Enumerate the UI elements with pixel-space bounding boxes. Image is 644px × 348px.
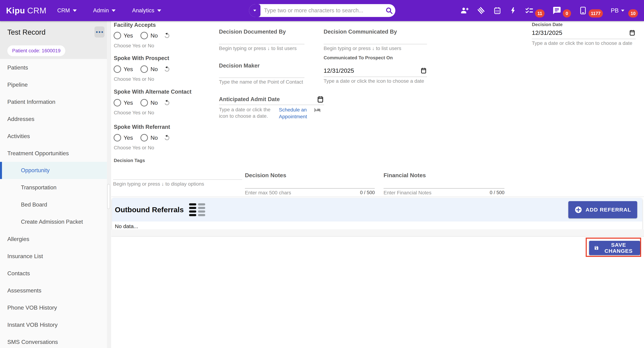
financial-notes-counter: 0 / 500: [490, 190, 504, 196]
logo-bold: Kipu: [6, 6, 25, 15]
spoke-with-alternate-contact-no-radio[interactable]: [140, 99, 148, 107]
plus-circle-icon: [574, 206, 582, 214]
search-icon[interactable]: [383, 4, 395, 17]
user-badge: 10: [628, 9, 638, 17]
undo-icon[interactable]: [163, 66, 170, 73]
decision-documented-by-field[interactable]: Decision Documented By Begin typing or p…: [219, 28, 304, 51]
financial-notes-label: Financial Notes: [384, 172, 504, 179]
spoke-with-referrant-no-radio[interactable]: [140, 134, 148, 142]
decision-documented-by-label: Decision Documented By: [219, 28, 304, 35]
sidebar-item-assessments[interactable]: Assessments: [0, 282, 107, 299]
facility-accepts-no-radio[interactable]: [140, 32, 148, 39]
facility-accepts-radio-group: Yes No: [114, 32, 170, 39]
search-scope-dropdown[interactable]: [249, 4, 260, 17]
sidebar-scrollbar[interactable]: [107, 21, 110, 348]
spoke-with-prospect-no-radio[interactable]: [140, 65, 148, 73]
communicated-to-prospect-on-label: Communicated To Prospect On: [324, 55, 427, 61]
decision-date-field[interactable]: Decision Date 12/31/2025 Type a date or …: [532, 22, 636, 46]
schedule-appointment-link[interactable]: Schedule an Appointment: [279, 107, 311, 120]
sidebar-item-pipeline[interactable]: Pipeline: [0, 76, 107, 93]
dot: [96, 31, 98, 33]
sidebar-item-activities[interactable]: Activities: [0, 128, 107, 145]
sidebar-item-treatment-opportunities[interactable]: Treatment Opportunities: [0, 145, 107, 162]
record-summary: Test Record Patient code: 1600019: [0, 21, 111, 59]
tasks-checklist-icon[interactable]: 11: [525, 6, 544, 15]
dot: [99, 31, 100, 33]
spoke-with-referrant-radio-group: Yes No: [114, 134, 170, 142]
add-referral-label: ADD REFERRAL: [586, 207, 631, 213]
sidebar-item-create-admission-packet[interactable]: Create Admission Packet: [0, 213, 107, 230]
patient-code-badge[interactable]: Patient code: 1600019: [7, 45, 65, 56]
sidebar-item-sms-conversations[interactable]: SMS Conversations: [0, 333, 107, 348]
spoke-with-prospect-radio-group: Yes No: [114, 65, 170, 73]
spoke-with-prospect-helper: Choose Yes or No: [114, 76, 154, 82]
yes-label: Yes: [124, 135, 133, 141]
spoke-with-alternate-contact-yes-radio[interactable]: [114, 99, 121, 107]
sidebar-item-addresses[interactable]: Addresses: [0, 110, 107, 128]
undo-icon[interactable]: [163, 134, 170, 141]
bed-icon[interactable]: [313, 107, 322, 114]
spoke-with-alternate-contact-helper: Choose Yes or No: [114, 110, 154, 116]
sidebar-item-patients[interactable]: Patients: [0, 59, 107, 76]
tasks-badge: 11: [535, 9, 544, 17]
add-referral-button[interactable]: ADD REFERRAL: [568, 201, 637, 218]
save-changes-button[interactable]: SAVE CHANGES: [589, 241, 640, 255]
communicated-to-prospect-on-value[interactable]: 12/31/2025: [324, 67, 354, 74]
sidebar-item-bed-board[interactable]: Bed Board: [0, 196, 107, 213]
nav-crm-menu[interactable]: CRM: [57, 7, 77, 14]
chat-notes-icon[interactable]: 0: [552, 6, 571, 15]
decision-communicated-by-field[interactable]: Decision Communicated By Begin typing or…: [324, 28, 427, 51]
facility-accepts-helper: Choose Yes or No: [114, 43, 154, 49]
list-view-icon[interactable]: [189, 203, 205, 216]
sidebar-item-phone-vob-history[interactable]: Phone VOB History: [0, 299, 107, 316]
sidebar-item-contacts[interactable]: Contacts: [0, 265, 107, 282]
spoke-with-referrant-yes-radio[interactable]: [114, 134, 121, 142]
calendar-icon[interactable]: [420, 67, 427, 74]
nav-crm-label: CRM: [57, 7, 70, 14]
add-person-icon[interactable]: [460, 6, 469, 15]
sidebar-item-allergies[interactable]: Allergies: [0, 230, 107, 248]
sidebar-item-opportunity[interactable]: Opportunity: [0, 162, 107, 179]
undo-icon[interactable]: [163, 32, 170, 39]
device-inbox-icon[interactable]: 1177: [579, 6, 603, 15]
decision-maker-field[interactable]: Decision Maker Type the name of the Poin…: [219, 62, 304, 85]
undo-icon[interactable]: [163, 99, 170, 106]
sidebar-item-insurance-list[interactable]: Insurance List: [0, 248, 107, 265]
dot: [102, 31, 103, 33]
user-menu[interactable]: PB 10: [611, 6, 638, 15]
spoke-with-referrant-helper: Choose Yes or No: [114, 145, 154, 151]
search-input[interactable]: [260, 7, 383, 14]
decision-notes-placeholder: Enter max 500 chars: [245, 190, 291, 196]
calendar-icon[interactable]: [493, 6, 502, 15]
facility-accepts-yes-radio[interactable]: [114, 32, 121, 39]
financial-notes-field[interactable]: Financial Notes Enter Financial Notes 0 …: [384, 172, 504, 196]
communicated-to-prospect-on-field[interactable]: Communicated To Prospect On 12/31/2025 T…: [324, 55, 427, 84]
sidebar-scrollbar-thumb[interactable]: [107, 184, 110, 209]
save-changes-label: SAVE CHANGES: [602, 242, 635, 254]
logo-light: CRM: [27, 6, 46, 15]
lightning-icon[interactable]: [509, 6, 517, 15]
decision-tags-field[interactable]: Begin typing or press ↓ to display optio…: [113, 179, 242, 187]
calendar-icon[interactable]: [629, 29, 636, 36]
anticipated-admit-date-field[interactable]: Anticipated Admit Date Type a date or cl…: [219, 96, 324, 120]
no-label: No: [150, 66, 158, 73]
spoke-with-prospect-yes-radio[interactable]: [114, 65, 121, 73]
decision-date-value[interactable]: 12/31/2025: [532, 29, 562, 36]
outbound-referrals-section: Outbound Referrals ADD REFERRAL No data.…: [112, 198, 642, 230]
sidebar-item-transportation[interactable]: Transportation: [0, 179, 107, 196]
outbound-referrals-title: Outbound Referrals: [115, 206, 184, 214]
decision-communicated-by-label: Decision Communicated By: [324, 28, 427, 35]
nav-admin-menu[interactable]: Admin: [93, 7, 116, 14]
calendar-icon[interactable]: [317, 95, 324, 103]
record-options-button[interactable]: [94, 26, 104, 37]
chevron-down-icon: [73, 9, 77, 12]
kipu-stripes-icon[interactable]: [477, 6, 485, 15]
app-logo[interactable]: Kipu CRM: [6, 0, 46, 21]
nav-analytics-menu[interactable]: Analytics: [132, 7, 161, 14]
decision-tags-helper: Begin typing or press ↓ to display optio…: [113, 181, 242, 187]
decision-notes-field[interactable]: Decision Notes Enter max 500 chars 0 / 5…: [245, 172, 375, 196]
sidebar-item-patient-information[interactable]: Patient Information: [0, 93, 107, 110]
sidebar-item-instant-vob-history[interactable]: Instant VOB History: [0, 316, 107, 333]
decision-notes-counter: 0 / 500: [360, 190, 375, 196]
no-label: No: [150, 32, 158, 39]
